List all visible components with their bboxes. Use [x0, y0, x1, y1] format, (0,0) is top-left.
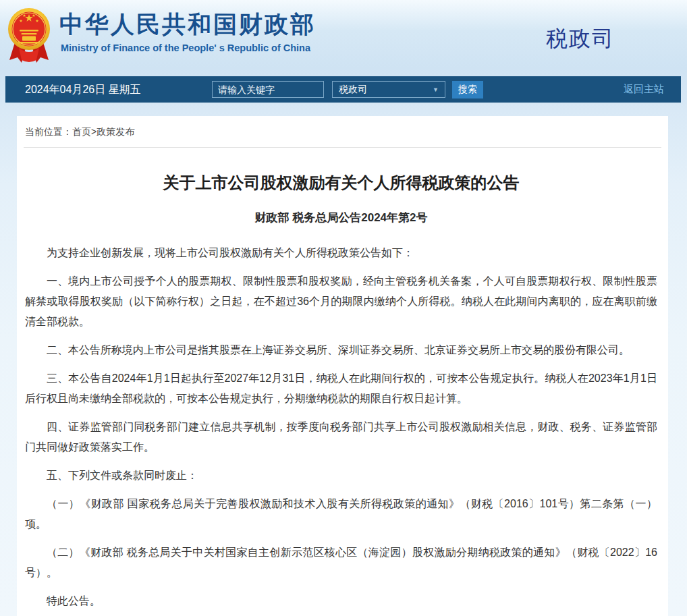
article-paragraph: 五、下列文件或条款同时废止：: [25, 466, 657, 486]
site-title: 中华人民共和国财政部: [59, 9, 316, 40]
site-header: 中华人民共和国财政部 Ministry of Finance of the Pe…: [0, 0, 687, 67]
national-emblem-icon: [7, 3, 51, 65]
chevron-down-icon: ▼: [433, 86, 439, 93]
document-number: 财政部 税务总局公告2024年第2号: [25, 210, 657, 225]
breadcrumb-divider: [24, 147, 661, 148]
article: 关于上市公司股权激励有关个人所得税政策的公告 财政部 税务总局公告2024年第2…: [17, 172, 668, 611]
article-paragraph: （一）《财政部 国家税务总局关于完善股权激励和技术入股有关所得税政策的通知》（财…: [25, 494, 657, 534]
search-scope-value: 税政司: [339, 84, 367, 96]
breadcrumb-home-link[interactable]: 首页: [72, 126, 91, 137]
page: 中华人民共和国财政部 Ministry of Finance of the Pe…: [0, 0, 687, 616]
article-paragraph: （二）《财政部 税务总局关于中关村国家自主创新示范区核心区（海淀园）股权激励分期…: [25, 542, 657, 583]
article-paragraph: 二、本公告所称境内上市公司是指其股票在上海证券交易所、深圳证券交易所、北京证券交…: [25, 340, 657, 360]
breadcrumb-label: 当前位置：: [25, 126, 72, 137]
article-body: 为支持企业创新发展，现将上市公司股权激励有关个人所得税政策公告如下： 一、境内上…: [25, 243, 657, 611]
breadcrumb-separator: >: [91, 126, 97, 137]
return-home-link[interactable]: 返回主站: [624, 83, 664, 96]
site-subtitle: Ministry of Finance of the People' s Rep…: [61, 43, 310, 53]
breadcrumb-section-link[interactable]: 政策发布: [97, 126, 134, 137]
article-paragraph: 三、本公告自2024年1月1日起执行至2027年12月31日，纳税人在此期间行权…: [25, 368, 657, 409]
department-name: 税政司: [546, 24, 615, 54]
article-paragraph: 特此公告。: [25, 591, 657, 611]
article-paragraph: 为支持企业创新发展，现将上市公司股权激励有关个人所得税政策公告如下：: [25, 243, 657, 263]
search-scope-dropdown[interactable]: 税政司 ▼: [332, 81, 445, 98]
current-date: 2024年04月26日 星期五: [25, 83, 141, 97]
article-title: 关于上市公司股权激励有关个人所得税政策的公告: [25, 172, 657, 194]
breadcrumb: 当前位置：首页>政策发布: [17, 116, 668, 138]
content-panel: 当前位置：首页>政策发布 关于上市公司股权激励有关个人所得税政策的公告 财政部 …: [17, 116, 668, 616]
article-paragraph: 四、证券监管部门同税务部门建立信息共享机制，按季度向税务部门共享上市公司股权激励…: [25, 417, 657, 457]
article-paragraph: 一、境内上市公司授予个人的股票期权、限制性股票和股权奖励，经向主管税务机关备案，…: [25, 271, 657, 332]
search-input[interactable]: [212, 81, 324, 98]
navbar: 2024年04月26日 星期五 税政司 ▼ 搜索 返回主站: [5, 76, 681, 103]
search-button[interactable]: 搜索: [452, 81, 483, 99]
